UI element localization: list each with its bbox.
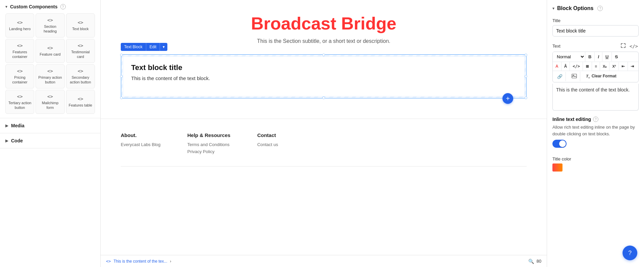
text-block-wrapper: Text Block Edit ▾ Text block title This …	[121, 54, 527, 98]
inline-editing-toggle[interactable]	[552, 140, 567, 148]
highlight-button[interactable]: Ā	[561, 62, 570, 71]
inline-code-button[interactable]: </>	[570, 62, 583, 71]
sidebar-item-label: Section heading	[38, 24, 62, 34]
custom-components-header[interactable]: ▾ Custom Components ?	[5, 4, 95, 9]
toggle-knob	[559, 140, 566, 147]
resize-handle-tr[interactable]	[525, 54, 527, 56]
strikethrough-button[interactable]: S	[612, 52, 621, 61]
inline-editing-help-icon[interactable]: ?	[593, 117, 598, 122]
text-label-icons: </>	[620, 43, 639, 50]
resize-handle-tm[interactable]	[322, 54, 325, 56]
resize-handle-tl[interactable]	[120, 54, 123, 56]
sidebar-item-label: Mailchimp form	[38, 101, 62, 110]
media-title: Media	[11, 123, 24, 128]
font-color-button[interactable]: A	[553, 62, 561, 71]
sidebar-item-label: Features container	[8, 50, 32, 59]
text-block-inner[interactable]: Text block title This is the content of …	[123, 56, 525, 96]
inline-editing-section: Inline text editing ? Allow rich text ed…	[552, 117, 639, 148]
code-icon: <>	[17, 68, 23, 74]
ordered-list-button[interactable]: ≣	[583, 62, 592, 71]
text-label-text: Text	[552, 44, 560, 49]
title-field-input[interactable]	[552, 25, 639, 37]
code-icon: <>	[47, 45, 53, 51]
sidebar-item-label: Secondary action button	[68, 75, 93, 85]
sidebar-item-features-container[interactable]: <> Features container	[5, 39, 34, 63]
sidebar-item-secondary-action-button[interactable]: <> Secondary action button	[66, 64, 95, 88]
chevron-right-icon: ▶	[5, 123, 8, 128]
superscript-button[interactable]: X²	[609, 62, 619, 70]
sidebar-item-label: Landing hero	[9, 26, 31, 31]
image-button[interactable]	[569, 72, 580, 81]
help-icon[interactable]: ?	[60, 4, 66, 9]
sidebar-item-features-table[interactable]: <> Features table	[66, 90, 95, 114]
code-brackets-icon: <>	[106, 259, 111, 264]
resize-handle-br[interactable]	[525, 96, 527, 99]
sidebar-item-mailchimp-form[interactable]: <> Mailchimp form	[36, 90, 64, 114]
footer-link-blog[interactable]: Everycast Labs Blog	[121, 142, 161, 147]
bold-button[interactable]: B	[585, 52, 595, 61]
title-color-swatch[interactable]	[552, 163, 562, 172]
page-title: Broadcast Bridge	[107, 13, 540, 34]
code-icon: <>	[77, 43, 83, 48]
add-block-button[interactable]: +	[502, 93, 513, 104]
sidebar-item-label: Features table	[69, 103, 92, 108]
code-icon: <>	[17, 43, 23, 48]
style-select[interactable]: Normal Heading 1 Heading 2	[553, 52, 585, 62]
title-field-label: Title	[552, 18, 639, 23]
align-left-button[interactable]: ⇤	[619, 62, 628, 71]
unordered-list-button[interactable]: ≡	[592, 62, 600, 71]
sidebar-item-feature-card[interactable]: <> Feature card	[36, 39, 64, 63]
toolbar-dropdown-button[interactable]: ▾	[160, 43, 167, 51]
rich-text-toolbar: Normal Heading 1 Heading 2 B I U S A Ā <…	[552, 52, 639, 82]
text-block-content: This is the content of the text block.	[131, 75, 516, 81]
sidebar-item-landing-hero[interactable]: <> Landing hero	[5, 13, 34, 38]
rich-text-content[interactable]: This is the content of the text block.	[552, 84, 639, 111]
toolbar-row-3: 🔗 Tx Clear Format	[553, 71, 638, 82]
text-block-title: Text block title	[131, 63, 516, 72]
footer-link-contact-us[interactable]: Contact us	[257, 142, 278, 147]
footer-col-contact-title: Contact	[257, 132, 278, 138]
footer-link-terms[interactable]: Terms and Conditions	[187, 142, 230, 147]
status-text: This is the content of the tex...	[113, 259, 167, 264]
code-icon: <>	[17, 94, 23, 99]
resize-handle-mr[interactable]	[525, 75, 527, 78]
link-button[interactable]: 🔗	[554, 72, 566, 81]
toolbar-edit-button[interactable]: Edit	[146, 43, 160, 51]
title-color-label: Title color	[552, 156, 639, 161]
sidebar-item-label: Primary action button	[38, 75, 62, 85]
chevron-down-icon: ▾	[5, 4, 7, 9]
resize-handle-bm[interactable]	[322, 96, 325, 99]
panel-chevron-down-icon: ▾	[552, 6, 554, 11]
subscript-button[interactable]: X₂	[600, 62, 609, 71]
underline-button[interactable]: U	[602, 52, 612, 61]
sidebar-item-text-block[interactable]: <> Text block	[66, 13, 95, 38]
media-section[interactable]: ▶ Media	[0, 118, 100, 133]
footer-col-contact: Contact Contact us	[257, 132, 278, 156]
code-section-header: ▶ Code	[5, 138, 95, 143]
text-block-outer[interactable]: Text block title This is the content of …	[121, 54, 527, 98]
sidebar-item-pricing-container[interactable]: <> Pricing container	[5, 64, 34, 88]
align-right-button[interactable]: ⇥	[628, 62, 637, 71]
code-section[interactable]: ▶ Code	[0, 133, 100, 148]
footer-link-privacy[interactable]: Privacy Policy	[187, 149, 230, 154]
toolbar-row-2: A Ā </> ≣ ≡ X₂ X² ⇤ ⇥	[553, 62, 638, 71]
resize-handle-bl[interactable]	[120, 96, 123, 99]
toolbar-block-label: Text Block	[121, 43, 146, 51]
sidebar-item-label: Tertiary action button	[8, 101, 32, 110]
footer-divider	[121, 166, 527, 166]
sidebar-item-section-heading[interactable]: <> Section heading	[36, 13, 64, 38]
clear-format-button[interactable]: Tx Clear Format	[583, 72, 620, 81]
sidebar-item-tertiary-action-button[interactable]: <> Tertiary action button	[5, 90, 34, 114]
resize-handle-ml[interactable]	[120, 75, 123, 78]
panel-help-icon[interactable]: ?	[597, 6, 603, 11]
sidebar-item-label: Pricing container	[8, 75, 32, 85]
sidebar-item-primary-action-button[interactable]: <> Primary action button	[36, 64, 64, 88]
sidebar-item-label: Feature card	[40, 52, 60, 57]
footer-col-about: About. Everycast Labs Blog	[121, 132, 161, 156]
code-view-button[interactable]: </>	[629, 43, 639, 50]
help-fab-button[interactable]: ?	[623, 246, 637, 260]
italic-button[interactable]: I	[595, 52, 602, 61]
zoom-icon: 🔍	[528, 259, 534, 264]
sidebar-item-testimonial-card[interactable]: <> Testimonial card	[66, 39, 95, 63]
expand-button[interactable]	[620, 43, 626, 50]
